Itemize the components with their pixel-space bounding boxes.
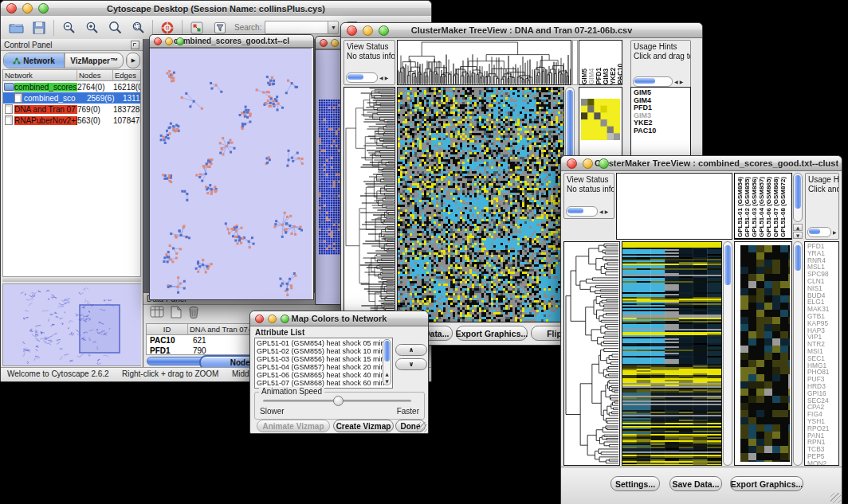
minimize-icon[interactable] [165, 37, 173, 45]
network-view-titlebar[interactable]: combined_scores_good.txt--cluste... [150, 35, 313, 48]
network-canvas[interactable] [150, 48, 312, 300]
minimize-icon[interactable] [268, 315, 277, 323]
zoom-window-icon[interactable] [379, 25, 389, 36]
zoom-window-icon[interactable] [281, 315, 289, 323]
tv1-column-dendrogram[interactable] [397, 40, 571, 85]
array-label[interactable]: GPL51-04 (GSM857) [758, 177, 765, 237]
tv2-submatrix-canvas[interactable] [740, 245, 790, 462]
array-label[interactable]: GIM5 [581, 68, 588, 84]
scroll-left-icon[interactable]: ◀ [379, 75, 383, 81]
scroll-right-icon[interactable]: ▶ [680, 79, 684, 85]
tv2-usage-hscrollbar[interactable]: ▶ [807, 227, 837, 237]
scroll-right-icon[interactable]: ▶ [605, 209, 609, 215]
network-overview[interactable] [2, 283, 141, 366]
tv1-row-dendrogram[interactable] [344, 87, 395, 322]
tv2-export-graphics-button[interactable]: Export Graphics... [730, 476, 803, 491]
tab-vizmapper[interactable]: VizMapper™ [65, 53, 123, 68]
close-icon[interactable] [567, 158, 577, 169]
zoom-out-icon[interactable] [60, 19, 77, 37]
search-dropdown-icon[interactable]: ▼ [328, 21, 339, 34]
network-table-header[interactable]: Network Nodes Edges [3, 70, 140, 81]
minimize-icon[interactable] [331, 39, 339, 47]
resize-grip[interactable] [417, 422, 427, 432]
close-icon[interactable] [320, 39, 328, 47]
network-row[interactable]: RNAPuberNov2+| 563(0) 107847(0) [3, 115, 140, 126]
open-file-icon[interactable] [7, 19, 25, 37]
tab-network[interactable]: Network [4, 53, 65, 68]
new-attribute-icon[interactable] [171, 306, 182, 322]
delete-attribute-icon[interactable] [188, 306, 199, 322]
create-vizmap-button[interactable]: Create Vizmap [333, 420, 394, 432]
tv2-vscrollbar[interactable] [723, 241, 732, 466]
array-label[interactable]: GPL51-08 (GSM872) [779, 177, 787, 237]
attribute-item[interactable]: GPL51-07 (GSM868) heat shock 60 min [257, 379, 392, 387]
panel-splitter[interactable] [2, 278, 141, 282]
tv1-heatmap-canvas[interactable] [398, 88, 563, 322]
speed-slider-thumb[interactable] [333, 396, 344, 406]
array-label[interactable]: PAC10 [617, 64, 622, 84]
scroll-left-icon[interactable]: ◀ [599, 209, 603, 215]
gene-label[interactable]: PAC10 [634, 127, 690, 135]
scroll-down-icon[interactable]: ▼ [383, 377, 391, 385]
float-panel-icon[interactable] [131, 41, 139, 49]
treeview1-titlebar[interactable]: ClusterMaker TreeView : DNA and Tran 07-… [341, 23, 702, 38]
tv1-status-hscrollbar[interactable]: ◀ ▶ [346, 72, 388, 83]
col-id[interactable]: ID [147, 324, 188, 334]
array-label[interactable]: GPL51-06 (GSM865) [765, 177, 772, 237]
network-row[interactable]: DNA and Tran 07 769(0) 183728(0) [3, 104, 140, 115]
tab-overflow-button[interactable]: ▶ [127, 53, 139, 68]
minimize-icon[interactable] [363, 25, 373, 36]
network-row[interactable]: combined_sco 2569(6) 13112(15) [3, 92, 140, 104]
zoom-selected-icon[interactable] [129, 19, 147, 37]
tv1-rowdendro-canvas[interactable] [344, 88, 395, 322]
zoom-in-icon[interactable] [83, 19, 100, 37]
array-label[interactable]: YKE2 [610, 68, 617, 84]
close-icon[interactable] [347, 25, 357, 36]
scroll-right-icon[interactable]: ▶ [385, 75, 389, 81]
col-network[interactable]: Network [3, 70, 77, 80]
tv2-save-data-button[interactable]: Save Data... [669, 476, 722, 491]
col-edges[interactable]: Edges [113, 70, 140, 80]
select-attributes-icon[interactable] [150, 306, 164, 321]
zoom-window-icon[interactable] [599, 158, 609, 169]
scroll-down-icon[interactable]: ▼ [793, 232, 803, 239]
attribute-item[interactable]: GPL51-04 (GSM857) heat shock 20 min [257, 363, 392, 371]
array-label[interactable]: GPL51-07 (GSM868) [772, 177, 779, 237]
gene-label[interactable]: MON2 [807, 460, 838, 466]
array-label[interactable]: GPL51-01 (GSM854) [736, 177, 744, 237]
array-label[interactable]: GPL51-02 (GSM855) [744, 177, 751, 237]
close-icon[interactable] [255, 315, 264, 323]
zoom-window-icon[interactable] [38, 3, 49, 14]
move-down-button[interactable]: ∨ [395, 358, 427, 370]
attribute-item[interactable]: GPL51-02 (GSM855) heat shock 10 min [257, 347, 392, 355]
resize-grip[interactable] [830, 493, 841, 503]
tv2-heatmap-canvas[interactable] [622, 242, 721, 465]
array-label[interactable]: GIM4 [588, 68, 595, 84]
overview-canvas[interactable] [3, 284, 141, 365]
save-icon[interactable] [30, 19, 48, 37]
attribute-item[interactable]: GPL51-06 (GSM865) heat shock 40 min [257, 371, 392, 379]
treeview2-titlebar[interactable]: ClusterMaker TreeView : combined_scores_… [561, 156, 842, 171]
tv1-usage-hscrollbar[interactable]: ◀ ▶ [633, 76, 683, 87]
attribute-item[interactable]: GPL51-03 (GSM856) heat shock 15 min [257, 355, 392, 363]
tv2-label-vscrollbar[interactable] [793, 173, 803, 222]
attribute-list[interactable]: GPL51-01 (GSM854) heat shock 05 minGPL51… [254, 338, 393, 389]
move-up-button[interactable]: ∧ [395, 344, 427, 356]
tv2-row-dendrogram[interactable] [563, 241, 620, 466]
tv2-status-hscrollbar[interactable]: ◀ ▶ [566, 206, 608, 217]
tv2-zoom-vscrollbar[interactable] [793, 241, 803, 466]
scroll-right-icon[interactable]: ▶ [833, 229, 837, 236]
tv2-heatmap[interactable] [622, 241, 722, 466]
network-row[interactable]: combined_scores 2764(0) 16218(0) [3, 81, 140, 92]
array-label[interactable]: GPL51-03 (GSM856) [751, 177, 758, 237]
tv1-coldendro-canvas[interactable] [398, 41, 571, 84]
minimize-icon[interactable] [583, 158, 593, 169]
tv2-rowdendro-canvas[interactable] [564, 242, 619, 465]
array-label[interactable]: PFD1 [595, 68, 603, 84]
tv2-array-labels[interactable]: GPL51-01 (GSM854)GPL51-02 (GSM855)GPL51-… [734, 173, 792, 240]
tv1-submatrix-canvas[interactable] [581, 99, 620, 140]
close-icon[interactable] [6, 3, 17, 14]
search-input[interactable] [265, 21, 328, 34]
attribute-item[interactable]: GPL51-01 (GSM854) heat shock 05 min [257, 339, 392, 347]
dialog-titlebar[interactable]: Map Colors to Network [250, 311, 428, 326]
